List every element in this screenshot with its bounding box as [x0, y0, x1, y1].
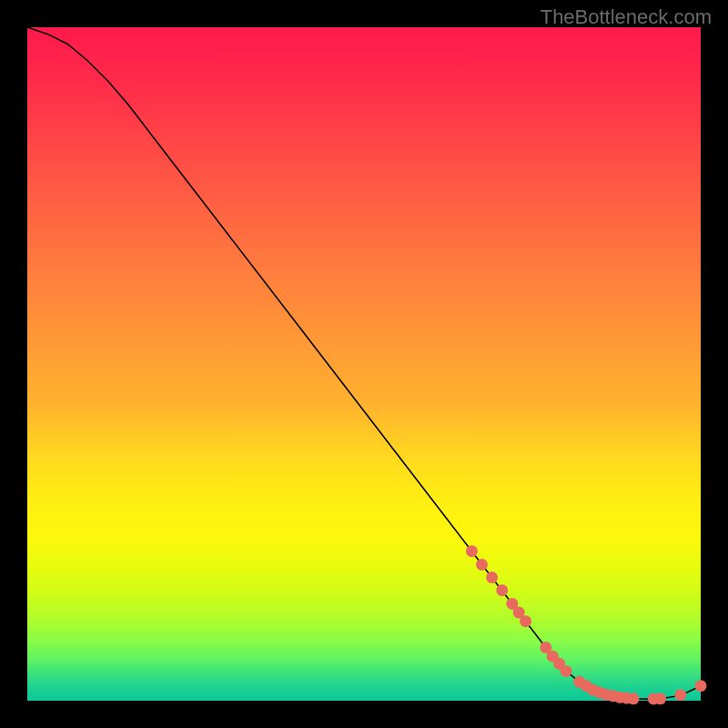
marker-point — [695, 680, 707, 692]
marker-point — [561, 665, 572, 677]
marker-point — [476, 559, 488, 571]
marker-point — [654, 693, 666, 704]
marker-point — [674, 689, 686, 701]
marker-point — [486, 571, 498, 583]
marker-point — [628, 693, 640, 704]
marker-point — [466, 545, 478, 557]
curve-markers — [466, 545, 707, 704]
marker-point — [496, 584, 508, 596]
bottleneck-curve — [27, 27, 701, 699]
watermark-text: TheBottleneck.com — [541, 5, 712, 29]
marker-point — [520, 615, 531, 627]
plot-area — [27, 27, 701, 701]
plot-svg — [27, 27, 701, 701]
